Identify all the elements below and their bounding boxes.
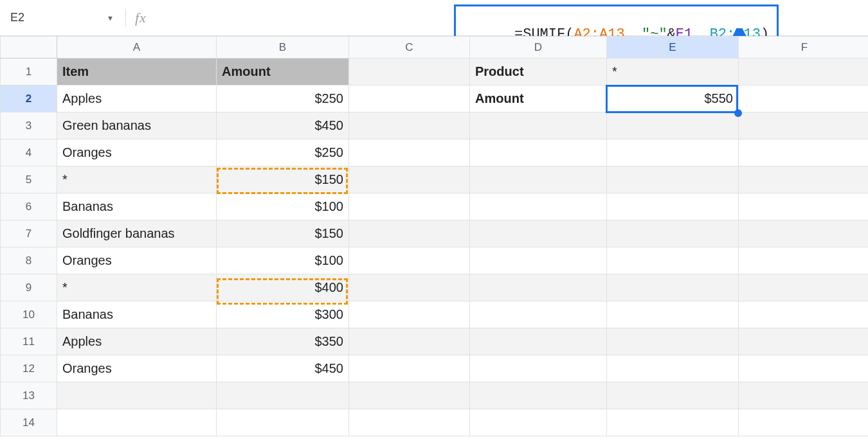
row-12: 12 Oranges $450 [1,355,869,382]
cell-A6[interactable]: Bananas [57,193,217,220]
col-header-B[interactable]: B [217,37,349,58]
cell-D2[interactable]: Amount [470,85,607,112]
cell-A13[interactable] [57,382,217,409]
cell-A1[interactable]: Item [57,58,217,85]
toolbar-divider [125,9,126,27]
col-header-C[interactable]: C [349,37,470,58]
row-header[interactable]: 10 [1,301,57,328]
cell-B10[interactable]: $300 [217,301,349,328]
cell-D1[interactable]: Product [470,58,607,85]
row-3: 3 Green bananas $450 [1,112,869,139]
cell-B1[interactable]: Amount [217,58,349,85]
row-header[interactable]: 7 [1,220,57,247]
row-13: 13 [1,382,869,409]
cell-B5[interactable]: $150 [217,166,349,193]
cell-A10[interactable]: Bananas [57,301,217,328]
row-7: 7 Goldfinger bananas $150 [1,220,869,247]
fx-icon: fx [135,10,147,26]
row-header[interactable]: 13 [1,382,57,409]
formula-bar[interactable]: =SUMIF(A2:A13, "~"&E1, B2:B13) [156,8,862,28]
row-5: 5 * $150 [1,166,869,193]
row-8: 8 Oranges $100 [1,247,869,274]
row-header[interactable]: 3 [1,112,57,139]
cell-C2[interactable] [349,85,470,112]
cell-A12[interactable]: Oranges [57,355,217,382]
cell-B7[interactable]: $150 [217,220,349,247]
spreadsheet-grid[interactable]: A B C D E F 1 Item Amount Product * 2 Ap… [0,36,868,436]
cell-A5[interactable]: * [57,166,217,193]
formula-toolbar: E2 ▼ fx =SUMIF(A2:A13, "~"&E1, B2:B13) [0,0,868,36]
cell-A3[interactable]: Green bananas [57,112,217,139]
row-4: 4 Oranges $250 [1,139,869,166]
row-header[interactable]: 11 [1,328,57,355]
cell-A7[interactable]: Goldfinger bananas [57,220,217,247]
cell-A4[interactable]: Oranges [57,139,217,166]
cell-C1[interactable] [349,58,470,85]
cell-B8[interactable]: $100 [217,247,349,274]
col-header-D[interactable]: D [470,37,607,58]
name-box-dropdown-icon[interactable]: ▼ [107,14,114,22]
cell-F1[interactable] [739,58,869,85]
row-2: 2 Apples $250 Amount $550 [1,85,869,112]
row-1: 1 Item Amount Product * [1,58,869,85]
row-header[interactable]: 4 [1,139,57,166]
cell-B12[interactable]: $450 [217,355,349,382]
cell-B9[interactable]: $400 [217,274,349,301]
cell-B4[interactable]: $250 [217,139,349,166]
cell-E2[interactable]: $550 [607,85,739,112]
name-box[interactable]: E2 [6,10,103,26]
column-header-row: A B C D E F [1,37,869,58]
row-14: 14 [1,409,869,436]
cell-A8[interactable]: Oranges [57,247,217,274]
row-header[interactable]: 9 [1,274,57,301]
cell-A11[interactable]: Apples [57,328,217,355]
cell-B11[interactable]: $350 [217,328,349,355]
cell-B13[interactable] [217,382,349,409]
row-10: 10 Bananas $300 [1,301,869,328]
cell-A9[interactable]: * [57,274,217,301]
cell-A2[interactable]: Apples [57,85,217,112]
cell-B6[interactable]: $100 [217,193,349,220]
row-6: 6 Bananas $100 [1,193,869,220]
row-11: 11 Apples $350 [1,328,869,355]
row-header[interactable]: 14 [1,409,57,436]
row-header[interactable]: 2 [1,85,57,112]
row-header[interactable]: 6 [1,193,57,220]
col-header-E[interactable]: E [607,37,739,58]
cell-B3[interactable]: $450 [217,112,349,139]
row-header[interactable]: 1 [1,58,57,85]
row-header[interactable]: 8 [1,247,57,274]
row-header[interactable]: 12 [1,355,57,382]
cell-B2[interactable]: $250 [217,85,349,112]
cell-E1[interactable]: * [607,58,739,85]
select-all-corner[interactable] [1,37,57,58]
row-header[interactable]: 5 [1,166,57,193]
col-header-A[interactable]: A [57,37,217,58]
row-9: 9 * $400 [1,274,869,301]
col-header-F[interactable]: F [739,37,869,58]
cell-F2[interactable] [739,85,869,112]
